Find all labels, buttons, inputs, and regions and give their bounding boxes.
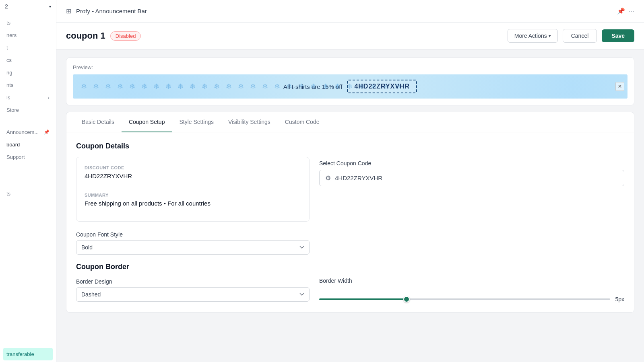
sidebar-item-bottom1[interactable]: ts [0, 187, 56, 200]
sidebar-navigation: ts ners t cs ng nts ls › Store Announcem… [0, 13, 56, 346]
coupon-border-section: Coupon Border Border Design None Solid D… [76, 263, 624, 302]
tab-custom-code[interactable]: Custom Code [278, 112, 327, 132]
chevron-right-icon: › [48, 95, 50, 101]
border-width-group: Border Width 5px [319, 278, 624, 302]
preview-message: All t-shirts are 15% off [283, 83, 342, 90]
border-width-slider-track [319, 298, 610, 300]
tabs-card: Basic Details Coupon Setup Style Setting… [66, 112, 634, 313]
discount-code-value: 4HD22ZRYXVHR [85, 173, 301, 179]
tabs-navigation: Basic Details Coupon Setup Style Setting… [66, 112, 634, 132]
sidebar-item-label: Store [6, 107, 19, 113]
sidebar-item-ners[interactable]: ners [0, 29, 56, 41]
sidebar-item-ts[interactable]: ts [0, 16, 56, 29]
sidebar-dropdown[interactable]: 2 ▾ [0, 0, 56, 13]
sidebar-item-label: ls [6, 95, 10, 101]
summary-value: Free shipping on all products • For all … [85, 200, 301, 207]
sidebar-transferable: transferable [3, 348, 53, 360]
more-options-icon[interactable]: ··· [628, 7, 634, 15]
page-header: coupon 1 Disabled More Actions ▾ Cancel … [56, 23, 644, 49]
topbar-title: Profy - Announcement Bar [76, 8, 614, 14]
coupon-font-style-select[interactable]: Normal Bold Italic Bold Italic [76, 240, 310, 255]
coupon-input-box[interactable]: ⚙ 4HD22ZRYXVHR [319, 170, 624, 186]
close-icon: ✕ [618, 84, 622, 89]
sidebar-item-label: ng [6, 70, 12, 76]
sidebar-item-label: ts [6, 191, 10, 197]
border-width-label: Border Width [319, 278, 624, 284]
save-button[interactable]: Save [602, 29, 634, 42]
more-actions-label: More Actions [514, 33, 547, 39]
sidebar-item-label: Announcem... [6, 129, 39, 135]
status-badge: Disabled [110, 31, 141, 41]
tab-visibility-settings[interactable]: Visibility Settings [221, 112, 278, 132]
coupon-font-style-group: Coupon Font Style Normal Bold Italic Bol… [76, 231, 310, 255]
sidebar-item-announcebar[interactable]: Announcem... 📌 [0, 126, 56, 138]
pin-icon[interactable]: 📌 [617, 7, 625, 15]
sidebar-item-label: cs [6, 57, 12, 63]
sidebar: 2 ▾ ts ners t cs ng nts ls › Store Annou [0, 0, 56, 362]
topbar: ⊞ Profy - Announcement Bar 📌 ··· [56, 0, 644, 23]
sidebar-item-label: t [6, 45, 8, 51]
border-design-group: Border Design None Solid Dashed Dotted [76, 278, 310, 302]
border-width-slider-container: 5px [319, 286, 624, 302]
preview-content: All t-shirts are 15% off 4HD22ZRYXVHR [283, 80, 417, 93]
more-actions-button[interactable]: More Actions ▾ [508, 29, 558, 43]
sidebar-item-label: Support [6, 154, 25, 160]
border-width-slider-thumb[interactable] [403, 296, 410, 302]
gear-icon: ⚙ [325, 174, 331, 182]
tab-coupon-setup[interactable]: Coupon Setup [122, 112, 172, 132]
preview-coupon-code: 4HD22ZRYXVHR [347, 80, 417, 93]
coupon-border-title: Coupon Border [76, 263, 624, 271]
sidebar-item-cs[interactable]: cs [0, 54, 56, 66]
tab-style-settings[interactable]: Style Settings [172, 112, 221, 132]
cancel-button[interactable]: Cancel [563, 29, 597, 43]
border-design-label: Border Design [76, 278, 310, 285]
sidebar-item-board[interactable]: board [0, 138, 56, 151]
coupon-details-layout: DISCOUNT CODE 4HD22ZRYXVHR SUMMARY Free … [76, 157, 624, 231]
topbar-actions: 📌 ··· [617, 7, 634, 15]
sidebar-item-label: board [6, 142, 20, 148]
sidebar-item-support[interactable]: Support [0, 151, 56, 163]
banner-close-button[interactable]: ✕ [615, 82, 624, 91]
sidebar-item-label: ts [6, 20, 10, 26]
preview-banner: ❄ ❄ ❄ ❄ ❄ ❄ ❄ ❄ ❄ ❄ ❄ ❄ ❄ ❄ ❄ ❄ ❄ ❄ ❄ ❄ … [73, 74, 627, 99]
sidebar-dropdown-value: 2 [5, 3, 8, 10]
sidebar-item-nts[interactable]: nts [0, 79, 56, 91]
coupon-details-box: DISCOUNT CODE 4HD22ZRYXVHR SUMMARY Free … [76, 157, 310, 222]
chevron-down-icon: ▾ [549, 33, 551, 39]
preview-card: Preview: ❄ ❄ ❄ ❄ ❄ ❄ ❄ ❄ ❄ ❄ ❄ ❄ ❄ ❄ ❄ ❄… [66, 58, 634, 105]
content-area: Preview: ❄ ❄ ❄ ❄ ❄ ❄ ❄ ❄ ❄ ❄ ❄ ❄ ❄ ❄ ❄ ❄… [56, 49, 644, 362]
border-design-row: Border Design None Solid Dashed Dotted B… [76, 278, 624, 302]
pin-icon: 📌 [44, 130, 50, 135]
main-panel: ⊞ Profy - Announcement Bar 📌 ··· coupon … [56, 0, 644, 362]
border-width-value: 5px [615, 296, 624, 302]
select-coupon-label: Select Coupon Code [319, 160, 624, 167]
sidebar-item-ls[interactable]: ls › [0, 91, 56, 104]
sidebar-item-ng[interactable]: ng [0, 66, 56, 79]
sidebar-item-store[interactable]: Store [0, 104, 56, 116]
sidebar-item-label: nts [6, 82, 13, 88]
sidebar-item-t[interactable]: t [0, 41, 56, 54]
tab-basic-details[interactable]: Basic Details [74, 112, 122, 132]
coupon-input-value: 4HD22ZRYXVHR [335, 175, 382, 181]
coupon-font-style-label: Coupon Font Style [76, 231, 310, 238]
discount-code-label: DISCOUNT CODE [85, 165, 301, 170]
sidebar-item-label: ners [6, 32, 17, 38]
chevron-down-icon: ▾ [49, 4, 51, 9]
border-design-select[interactable]: None Solid Dashed Dotted [76, 287, 310, 302]
select-coupon-section: Select Coupon Code ⚙ 4HD22ZRYXVHR [319, 157, 624, 186]
tab-content: Coupon Details DISCOUNT CODE 4HD22ZRYXVH… [66, 132, 634, 312]
preview-label: Preview: [73, 64, 627, 70]
page-title: coupon 1 [66, 31, 105, 41]
coupon-details-title: Coupon Details [76, 142, 624, 150]
grid-icon: ⊞ [66, 7, 71, 15]
summary-label: SUMMARY [85, 193, 301, 197]
field-divider [85, 186, 301, 186]
